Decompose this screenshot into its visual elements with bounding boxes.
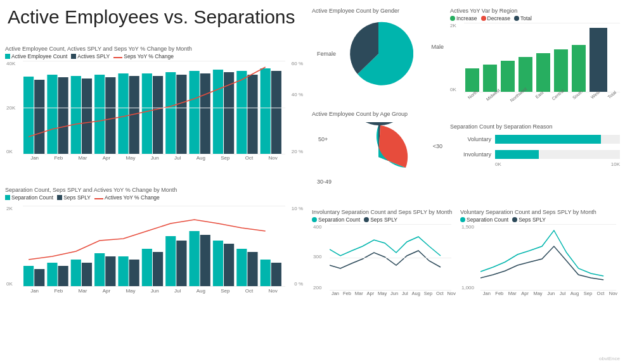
svg-rect-11	[153, 76, 163, 154]
involuntary-row: Involuntary	[450, 150, 620, 159]
legend-actives-sply: Actives SPLY	[71, 53, 110, 60]
main-bar-chart: Active Employee Count, Actives SPLY and …	[5, 46, 304, 172]
involuntary-bar	[495, 150, 539, 159]
svg-rect-3	[58, 77, 68, 154]
svg-rect-4	[71, 76, 81, 154]
age-30-49-label: 30-49	[317, 179, 332, 185]
main-bar-title: Active Employee Count, Actives SPLY and …	[5, 46, 304, 52]
legend-decrease-icon	[481, 16, 486, 21]
svg-rect-35	[176, 241, 186, 287]
svg-rect-40	[236, 249, 247, 287]
y-20k: 20K	[6, 105, 15, 111]
legend-total-icon	[514, 16, 519, 21]
legend-actives-yoy-icon	[94, 198, 103, 199]
x-nov: Nov	[269, 155, 278, 161]
region-bar-area: 2K 0K	[464, 23, 620, 92]
x-feb: Feb	[54, 155, 63, 161]
age-pie-area: 50+ <30 30-49	[312, 122, 445, 192]
gender-pie-title: Active Employee Count by Gender	[312, 8, 445, 14]
x-oct: Oct	[245, 155, 253, 161]
inv-line-legend: Separation Count Seps SPLY	[312, 217, 458, 223]
svg-rect-51	[590, 28, 607, 92]
male-label: Male	[431, 44, 444, 50]
legend-actives-sply-icon	[71, 54, 76, 59]
legend-active-count-icon	[5, 54, 10, 59]
svg-rect-49	[554, 49, 568, 92]
vol-line-title: Voluntary Separation Count and Seps SPLY…	[460, 209, 620, 215]
svg-rect-38	[213, 241, 223, 287]
x-aug: Aug	[197, 155, 205, 161]
x-jul: Jul	[174, 155, 181, 161]
region-y-0k: 0K	[450, 87, 456, 92]
svg-rect-27	[82, 263, 92, 287]
inv-line-title: Involuntary Separation Count and Seps SP…	[312, 209, 458, 215]
vol-line-legend: Separation Count Seps SPLY	[460, 217, 620, 223]
svg-rect-23	[34, 269, 44, 287]
svg-rect-43	[271, 263, 281, 287]
voluntary-bar-bg	[495, 135, 620, 144]
page-title: Active Employees vs. Separations	[8, 6, 299, 27]
x-apr: Apr	[103, 155, 110, 161]
region-bar-chart: Actives YoY Var by Region Increase Decre…	[450, 8, 620, 115]
separation-reason-chart: Separation Count by Separation Reason Vo…	[450, 123, 620, 199]
legend-seps-sply-icon	[57, 195, 62, 200]
x-jan: Jan	[30, 155, 39, 161]
svg-rect-18	[236, 71, 247, 154]
svg-rect-25	[58, 266, 68, 287]
svg-rect-20	[261, 68, 271, 154]
svg-rect-37	[200, 235, 210, 287]
legend-increase-icon	[450, 16, 455, 21]
grid-line-top	[23, 61, 285, 61]
svg-rect-39	[224, 244, 234, 287]
inv-sep-count-icon	[312, 217, 317, 222]
svg-rect-31	[129, 260, 139, 287]
svg-rect-30	[118, 256, 128, 287]
age-pie-title: Active Employee Count by Age Group	[312, 111, 445, 117]
sep-bar-area: 2K 0K 10 % 0 %	[23, 206, 285, 287]
grid-line-bottom	[23, 154, 285, 154]
age-pie-svg	[344, 122, 413, 192]
gender-pie-chart: Active Employee Count by Gender Female M…	[312, 8, 445, 103]
svg-rect-24	[47, 263, 57, 287]
sep-x-axis: Jan Feb Mar Apr May Jun Jul Aug Sep Oct …	[23, 288, 285, 294]
svg-rect-34	[165, 236, 176, 287]
main-x-axis: Jan Feb Mar Apr May Jun Jul Aug Sep Oct …	[23, 155, 285, 161]
legend-seps-sply: Seps SPLY	[57, 194, 91, 201]
watermark: obviEnce	[599, 356, 620, 361]
svg-rect-33	[153, 252, 163, 287]
svg-rect-32	[142, 249, 152, 287]
voluntary-bar	[495, 135, 601, 144]
svg-rect-41	[247, 252, 257, 287]
legend-sep-count-icon	[5, 195, 10, 200]
svg-rect-5	[82, 78, 92, 154]
region-x-axis: North Midwest Northwest East Central Sou…	[464, 92, 620, 97]
y-right-20: 20 %	[292, 149, 303, 154]
svg-rect-13	[176, 75, 186, 154]
legend-seps-yoy: Seps YoY % Change	[113, 53, 174, 60]
inv-line-area: 400 300 200	[330, 224, 451, 291]
svg-rect-15	[200, 73, 210, 154]
region-y-2k: 2K	[450, 23, 456, 28]
voluntary-row: Voluntary	[450, 135, 620, 144]
svg-rect-7	[105, 77, 115, 154]
y-right-60: 60 %	[292, 61, 303, 66]
age-50plus-label: 50+	[318, 136, 328, 142]
x-jun: Jun	[151, 155, 159, 161]
voluntary-line-chart: Voluntary Separation Count and Seps SPLY…	[460, 209, 620, 317]
gender-pie-svg	[344, 19, 413, 89]
legend-sep-count: Separation Count	[5, 194, 53, 201]
female-label: Female	[317, 51, 336, 57]
y-0k: 0K	[6, 149, 13, 154]
svg-rect-16	[213, 70, 223, 154]
svg-rect-44	[465, 68, 479, 92]
svg-rect-26	[71, 260, 81, 287]
y-40k: 40K	[6, 61, 15, 66]
x-mar: Mar	[79, 155, 87, 161]
vol-x-axis: Jan Feb Mar Apr May Jun Jul Aug Sep Oct …	[480, 291, 620, 296]
svg-rect-12	[165, 72, 176, 154]
region-title: Actives YoY Var by Region	[450, 8, 620, 14]
main-bar-legend: Active Employee Count Actives SPLY Seps …	[5, 53, 304, 60]
main-bar-area: 40K 20K 0K 60 % 40 % 20 %	[23, 61, 285, 154]
svg-rect-45	[483, 65, 497, 92]
voluntary-label: Voluntary	[450, 136, 491, 142]
